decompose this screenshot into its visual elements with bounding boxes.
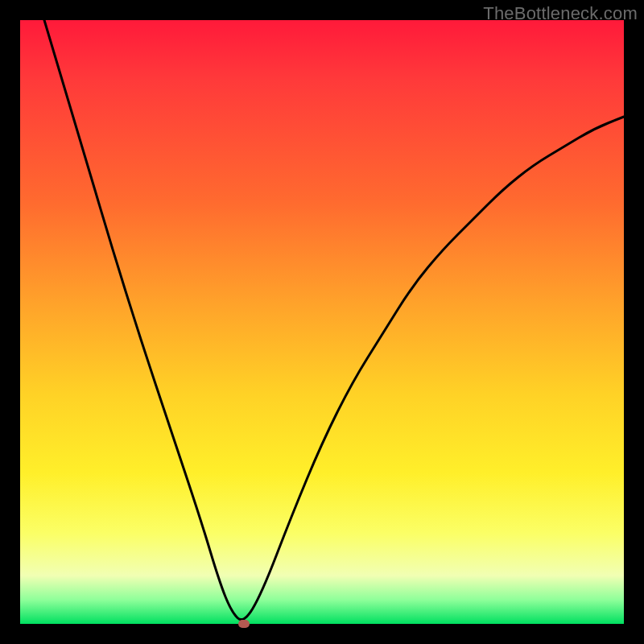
- optimum-marker: [238, 620, 250, 628]
- bottleneck-curve: [20, 20, 624, 624]
- curve-path: [44, 20, 624, 620]
- watermark-text: TheBottleneck.com: [483, 3, 638, 24]
- plot-area: [20, 20, 624, 624]
- chart-frame: TheBottleneck.com: [0, 0, 644, 644]
